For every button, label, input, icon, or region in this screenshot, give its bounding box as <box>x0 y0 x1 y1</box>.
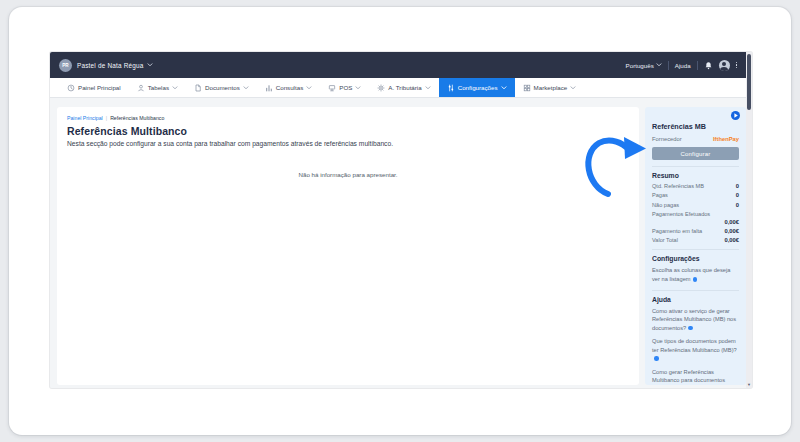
breadcrumb-home[interactable]: Painel Principal <box>67 115 103 121</box>
nav-item-tabelas[interactable]: Tabelas <box>129 78 186 97</box>
configure-button[interactable]: Configurar <box>652 147 739 160</box>
chart-icon <box>265 84 273 92</box>
empty-state-message: Não há informação para apresentar. <box>57 171 639 178</box>
company-avatar[interactable]: PR <box>59 59 72 72</box>
help-link[interactable]: Como ativar o serviço de gerar Referênci… <box>652 307 739 333</box>
info-icon[interactable] <box>688 326 693 331</box>
clock-icon <box>67 84 75 92</box>
more-menu-icon[interactable] <box>736 62 737 69</box>
page-area: Painel Principal | Referências Multibanc… <box>50 99 746 388</box>
user-icon <box>137 84 145 92</box>
help-section: Ajuda Como ativar o serviço de gerar Ref… <box>652 290 739 385</box>
info-icon[interactable] <box>654 356 659 361</box>
sidebar-collapse-button[interactable] <box>731 111 740 120</box>
tax-icon <box>377 84 385 92</box>
help-link[interactable]: Que tipos de documentos podem ter Referê… <box>652 337 739 363</box>
summary-row: Não pagas0 <box>652 202 739 208</box>
document-icon <box>194 84 202 92</box>
window-scrollbar[interactable]: ▼ <box>746 52 752 388</box>
language-selector[interactable]: Português <box>626 62 662 69</box>
chevron-down-icon <box>147 63 153 67</box>
chevron-down-icon <box>355 86 361 90</box>
summary-row: Qtd. Referências MB0 <box>652 183 739 189</box>
provider-link[interactable]: IfthenPay <box>713 136 739 142</box>
grid-icon <box>523 84 531 92</box>
summary-row: Valor Total0,00€ <box>652 237 739 243</box>
topbar: PR Pastel de Nata Régua Português Ajuda <box>50 52 746 78</box>
chevron-down-icon <box>172 86 178 90</box>
app-window: PR Pastel de Nata Régua Português Ajuda <box>50 52 752 388</box>
chevron-down-icon <box>243 86 249 90</box>
nav-item-a-tributaria[interactable]: A. Tributária <box>369 78 438 97</box>
main-nav: Painel PrincipalTabelasDocumentosConsult… <box>50 78 746 98</box>
nav-item-documentos[interactable]: Documentos <box>186 78 257 97</box>
chevron-down-icon <box>501 86 507 90</box>
summary-row: Pagamentos Efetuados0,00€ <box>652 211 739 225</box>
page-subtitle: Nesta secção pode configurar a sua conta… <box>67 140 629 147</box>
divider <box>668 61 669 70</box>
help-title: Ajuda <box>652 296 739 303</box>
user-avatar[interactable] <box>719 60 730 71</box>
settings-section: Configurações Escolha as colunas que des… <box>652 249 739 283</box>
chevron-down-icon <box>656 63 662 67</box>
summary-row: Pagamento em falta0,00€ <box>652 228 739 234</box>
content-card: Painel Principal | Referências Multibanc… <box>57 107 639 385</box>
divider <box>697 61 698 70</box>
chevron-down-icon <box>425 86 431 90</box>
summary-section: Resumo Qtd. Referências MB0Pagas0Não pag… <box>652 166 739 243</box>
sidebar-title: Referências MB <box>652 122 739 131</box>
sidebar: Referências MB Fornecedor IfthenPay Conf… <box>645 107 746 385</box>
play-icon <box>734 113 738 118</box>
sliders-icon <box>447 84 455 92</box>
chevron-down-icon <box>570 86 576 90</box>
nav-item-pos[interactable]: POS <box>320 78 369 97</box>
help-link[interactable]: Ajuda <box>675 62 691 69</box>
company-name[interactable]: Pastel de Nata Régua <box>77 62 144 69</box>
scrollbar-thumb[interactable] <box>747 54 751 110</box>
pos-icon <box>328 84 336 92</box>
provider-label: Fornecedor <box>652 136 682 142</box>
notifications-bell-icon[interactable] <box>704 61 713 70</box>
breadcrumb-current: Referências Multibanco <box>110 115 164 121</box>
settings-title: Configurações <box>652 255 739 262</box>
help-link[interactable]: Como gerar Referências Multibanco para d… <box>652 368 739 385</box>
page-title: Referências Multibanco <box>67 125 629 137</box>
gear-icon[interactable] <box>693 277 698 282</box>
chevron-down-icon <box>306 86 312 90</box>
breadcrumb: Painel Principal | Referências Multibanc… <box>67 115 629 121</box>
nav-item-consultas[interactable]: Consultas <box>257 78 321 97</box>
nav-item-marketplace[interactable]: Marketplace <box>515 78 585 97</box>
settings-link[interactable]: Escolha as colunas que deseja ver na lis… <box>652 266 739 283</box>
nav-item-configuracoes[interactable]: Configurações <box>439 78 515 97</box>
nav-item-painel-principal[interactable]: Painel Principal <box>59 78 129 97</box>
summary-title: Resumo <box>652 172 739 179</box>
browser-card: PR Pastel de Nata Régua Português Ajuda <box>9 7 791 435</box>
summary-row: Pagas0 <box>652 192 739 198</box>
scrollbar-down-arrow[interactable]: ▼ <box>746 383 752 387</box>
